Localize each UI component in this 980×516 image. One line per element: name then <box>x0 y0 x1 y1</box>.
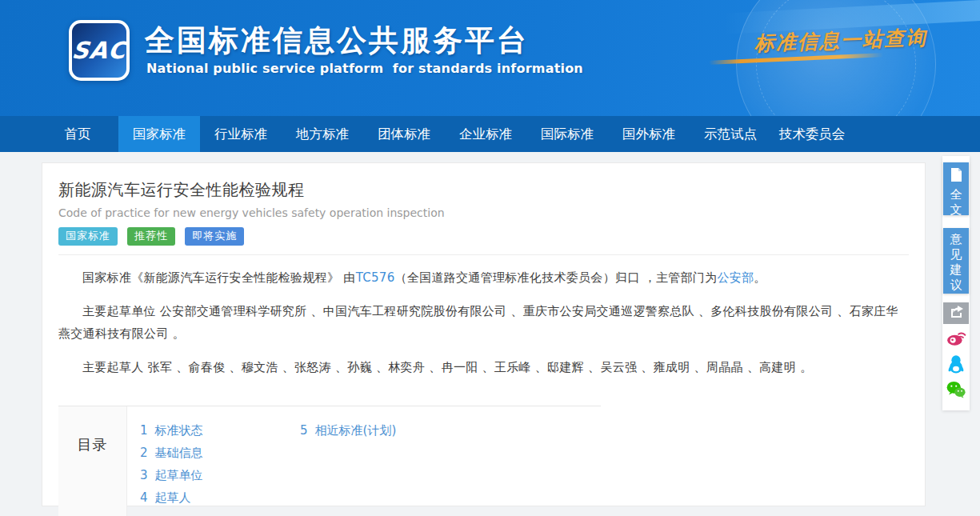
badge-row: 国家标准 推荐性 即将实施 <box>58 227 909 246</box>
standard-detail-card: 新能源汽车运行安全性能检验规程 Code of practice for new… <box>42 162 926 506</box>
sac-logo[interactable]: SAC <box>69 20 130 81</box>
tc576-link[interactable]: TC576 <box>356 270 395 285</box>
toc-item-label: 相近标准(计划) <box>315 423 397 438</box>
toc-column-2: 5相近标准(计划) <box>300 419 460 516</box>
nav-item-technical-committees[interactable]: 技术委员会 <box>771 116 853 152</box>
toc-column-1: 1标准状态 2基础信息 3起草单位 4起草人 <box>140 419 300 516</box>
standard-title-cn: 新能源汽车运行安全性能检验规程 <box>58 179 909 201</box>
toc-item-label: 基础信息 <box>155 446 203 460</box>
drafting-units-paragraph: 主要起草单位 公安部交通管理科学研究所 、中国汽车工程研究院股份有限公司 、重庆… <box>58 300 909 345</box>
feedback-button[interactable]: 意见建议 <box>943 228 969 294</box>
toc-item-drafting-units[interactable]: 3起草单位 <box>140 464 300 486</box>
main-nav: 首页 国家标准 行业标准 地方标准 团体标准 企业标准 国际标准 国外标准 示范… <box>0 116 980 152</box>
nav-item-national-standards[interactable]: 国家标准 <box>118 116 200 152</box>
weibo-icon[interactable] <box>946 327 966 348</box>
document-icon <box>950 168 962 185</box>
toc-item-number: 4 <box>140 490 148 505</box>
toc-item-label: 起草单位 <box>155 468 203 482</box>
site-header: SAC 全国标准信息公共服务平台 National public service… <box>0 0 980 116</box>
toc-item-number: 3 <box>140 468 148 482</box>
fulltext-button[interactable]: 全文 <box>943 162 969 215</box>
toc-item-basic-info[interactable]: 2基础信息 <box>140 442 300 464</box>
nav-item-international-standards[interactable]: 国际标准 <box>526 116 608 152</box>
toc-links: 1标准状态 2基础信息 3起草单位 4起草人 5相近标准(计划) <box>127 406 460 516</box>
nav-item-foreign-standards[interactable]: 国外标准 <box>608 116 690 152</box>
governance-text-prefix: 国家标准《新能源汽车运行安全性能检验规程》 由 <box>82 270 356 285</box>
nav-item-home[interactable]: 首页 <box>37 116 118 152</box>
badge-recommended: 推荐性 <box>127 227 175 246</box>
sac-logo-badge: SAC <box>72 23 126 78</box>
toc-item-number: 1 <box>140 423 148 438</box>
badge-national-standard: 国家标准 <box>58 227 118 246</box>
toc-item-number: 2 <box>140 446 148 460</box>
governance-paragraph: 国家标准《新能源汽车运行安全性能检验规程》 由TC576（全国道路交通管理标准化… <box>58 266 909 289</box>
badge-upcoming-implementation: 即将实施 <box>185 227 244 246</box>
qq-icon[interactable] <box>946 354 966 374</box>
nav-item-pilot-demos[interactable]: 示范试点 <box>690 116 771 152</box>
feedback-button-label: 意见建议 <box>950 232 962 293</box>
toc-item-standard-status[interactable]: 1标准状态 <box>140 419 300 442</box>
nav-item-industry-standards[interactable]: 行业标准 <box>200 116 282 152</box>
share-icon <box>950 306 963 321</box>
fulltext-button-label: 全文 <box>950 187 962 218</box>
title-divider <box>58 254 909 255</box>
standard-summary: 国家标准《新能源汽车运行安全性能检验规程》 由TC576（全国道路交通管理标准化… <box>58 266 909 378</box>
drafters-paragraph: 主要起草人 张军 、俞春俊 、穆文浩 、张怒涛 、孙巍 、林奕舟 、冉一阳 、王… <box>58 356 909 378</box>
nav-item-enterprise-standards[interactable]: 企业标准 <box>445 116 526 152</box>
site-subtitle: National public service platform for sta… <box>146 61 583 76</box>
governance-text-middle: （全国道路交通管理标准化技术委员会）归口 ，主管部门为 <box>395 270 718 285</box>
toc-item-number: 5 <box>300 423 308 438</box>
toc-item-drafters[interactable]: 4起草人 <box>140 486 300 509</box>
table-of-contents: 目录 1标准状态 2基础信息 3起草单位 4起草人 5相近标准(计划) <box>58 406 601 516</box>
toc-label: 目录 <box>58 406 127 516</box>
toc-item-label: 标准状态 <box>155 423 203 438</box>
toc-item-label: 起草人 <box>155 490 191 505</box>
site-title: 全国标准信息公共服务平台 <box>145 21 529 61</box>
wechat-icon[interactable] <box>946 379 966 400</box>
sac-logo-text: SAC <box>70 37 127 64</box>
share-button[interactable] <box>943 302 969 324</box>
governance-text-suffix: 。 <box>754 270 766 285</box>
nav-item-local-standards[interactable]: 地方标准 <box>282 116 363 152</box>
nav-item-group-standards[interactable]: 团体标准 <box>363 116 445 152</box>
ministry-of-public-security-link[interactable]: 公安部 <box>717 270 754 285</box>
standard-title-en: Code of practice for new energy vehicles… <box>58 206 909 219</box>
toc-item-similar-standards[interactable]: 5相近标准(计划) <box>300 419 460 442</box>
